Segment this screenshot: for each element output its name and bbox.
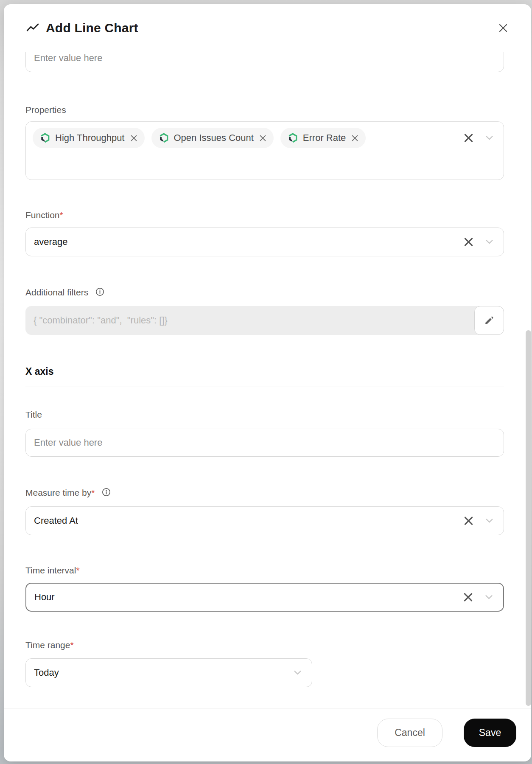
required-asterisk: *: [70, 640, 73, 650]
function-select[interactable]: average: [25, 228, 504, 256]
time-range-select[interactable]: Today: [25, 658, 312, 687]
remove-tag-icon[interactable]: [260, 135, 266, 141]
measure-time-by-value: Created At: [34, 515, 78, 526]
cancel-button[interactable]: Cancel: [377, 719, 442, 747]
add-line-chart-modal: Add Line Chart Properties High Throughpu…: [4, 4, 531, 761]
modal-footer: Cancel Save: [4, 708, 531, 761]
chevron-down-icon[interactable]: [486, 240, 493, 244]
property-tag-label: Error Rate: [303, 132, 346, 143]
section-divider: [25, 387, 504, 387]
chevron-down-icon[interactable]: [485, 595, 493, 600]
time-interval-value: Hour: [34, 592, 55, 603]
clear-selection-icon[interactable]: [464, 238, 473, 247]
time-range-label: Time range*: [25, 640, 504, 651]
time-interval-label: Time interval*: [25, 565, 504, 576]
function-select-value: average: [34, 236, 68, 247]
chevron-down-icon[interactable]: [294, 671, 301, 675]
time-interval-select[interactable]: Hour: [25, 583, 504, 612]
chevron-down-icon[interactable]: [486, 136, 493, 140]
properties-multiselect[interactable]: High Throughput Open Issues Count Error: [25, 121, 504, 180]
edit-filters-button[interactable]: [474, 306, 504, 335]
blueprint-cube-icon: [158, 132, 169, 143]
property-tag[interactable]: Open Issues Count: [151, 128, 274, 148]
property-tag[interactable]: Error Rate: [280, 128, 366, 148]
clear-selection-icon[interactable]: [464, 593, 473, 602]
info-icon[interactable]: [101, 487, 111, 500]
info-icon[interactable]: [95, 287, 105, 299]
remove-tag-icon[interactable]: [131, 135, 137, 141]
property-tag-label: Open Issues Count: [174, 132, 254, 143]
additional-filters-input: [25, 306, 504, 335]
required-asterisk: *: [76, 565, 79, 575]
title-input[interactable]: [25, 429, 504, 457]
property-tag[interactable]: High Throughput: [33, 128, 145, 148]
chevron-down-icon[interactable]: [486, 519, 493, 523]
scrollbar-thumb[interactable]: [526, 330, 531, 706]
modal-content: Properties High Throughput Open Issues C…: [4, 52, 531, 708]
function-label: Function*: [25, 210, 504, 221]
title-label: Title: [25, 409, 504, 420]
clear-selection-icon[interactable]: [464, 134, 473, 143]
close-icon[interactable]: [496, 20, 511, 36]
additional-filters-label: Additional filters: [25, 287, 504, 299]
clear-selection-icon[interactable]: [464, 517, 473, 525]
time-range-value: Today: [34, 667, 59, 678]
blueprint-cube-icon: [287, 132, 298, 143]
required-asterisk: *: [91, 488, 95, 497]
remove-tag-icon[interactable]: [352, 135, 358, 141]
additional-filters-row: [25, 306, 504, 335]
required-asterisk: *: [60, 210, 63, 220]
property-tag-label: High Throughput: [55, 132, 125, 143]
blueprint-cube-icon: [39, 132, 50, 143]
pencil-icon: [483, 315, 495, 326]
properties-label: Properties: [25, 104, 504, 115]
measure-time-by-label: Measure time by*: [25, 487, 504, 500]
modal-header: Add Line Chart: [4, 4, 531, 52]
measure-time-by-select[interactable]: Created At: [25, 506, 504, 535]
x-axis-section-title: X axis: [25, 365, 504, 377]
save-button[interactable]: Save: [464, 719, 516, 747]
line-chart-icon: [25, 21, 40, 35]
value-input[interactable]: [25, 52, 504, 72]
modal-title: Add Line Chart: [46, 21, 138, 35]
